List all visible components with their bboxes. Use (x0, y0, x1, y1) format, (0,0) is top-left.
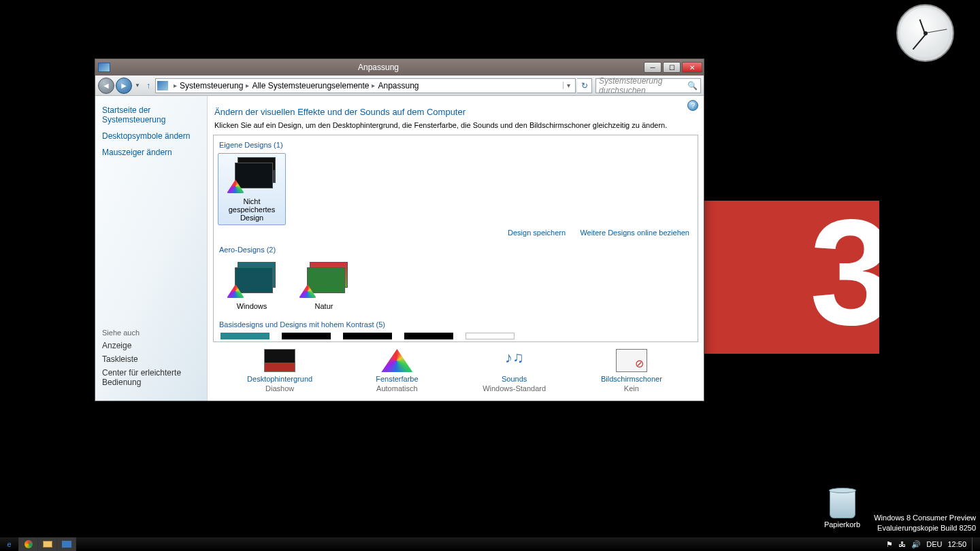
option-sounds[interactable]: ♪♫ Sounds Windows-Standard (467, 349, 562, 393)
recycle-bin-label: Papierkorb (817, 520, 868, 529)
up-button[interactable]: ↑ (143, 80, 154, 91)
main-area: ? Ändern der visuellen Effekte und der S… (208, 96, 704, 401)
bottom-bar: Desktophintergrund Diashow Fensterfarbe … (208, 344, 704, 395)
system-tray[interactable]: ⚑ 🖧 🔊 DEU 12:50 (882, 537, 980, 551)
clock-gadget[interactable] (896, 4, 954, 62)
flag-icon[interactable]: ⚑ (886, 540, 893, 549)
taskbar-personalization[interactable] (57, 537, 76, 551)
help-icon[interactable]: ? (687, 100, 698, 111)
link-save-theme[interactable]: Design speichern (508, 229, 566, 237)
back-button[interactable]: ◄ (98, 78, 114, 94)
theme-unsaved[interactable]: Nicht gespeichertes Design (218, 153, 286, 225)
seealso-taskbar[interactable]: Taskleiste (102, 354, 200, 364)
theme-label: Windows (220, 302, 283, 310)
sidebar-link-mouse-pointer[interactable]: Mauszeiger ändern (102, 148, 200, 157)
seealso-header: Siehe auch (102, 329, 200, 337)
option-window-color[interactable]: Fensterfarbe Automatisch (349, 349, 444, 393)
link-more-themes[interactable]: Weitere Designs online beziehen (580, 229, 689, 237)
personalization-icon (62, 541, 71, 548)
window-title: Anpassung (113, 63, 644, 72)
sidebar-link-desktop-icons[interactable]: Desktopsymbole ändern (102, 131, 200, 141)
theme-nature[interactable]: Natur (290, 258, 358, 314)
refresh-button[interactable]: ↻ (577, 78, 592, 93)
theme-basic-peek[interactable] (466, 333, 514, 339)
navbar: ◄ ► ▼ ↑ ▸ Systemsteuerung ▸ Alle Systems… (95, 76, 704, 96)
group-my-themes: Eigene Designs (1) (219, 141, 692, 149)
theme-label: Nicht gespeichertes Design (220, 197, 283, 222)
search-icon: 🔍 (687, 81, 698, 90)
windows-watermark: Windows 8 Consumer Preview Evaluierungsk… (874, 513, 976, 533)
theme-basic-peek[interactable] (220, 333, 270, 339)
minimize-button[interactable]: ─ (644, 62, 662, 73)
page-heading: Ändern der visuellen Effekte und der Sou… (208, 96, 704, 121)
option-desktop-background[interactable]: Desktophintergrund Diashow (232, 349, 327, 393)
desktop-wallpaper: 3 (702, 201, 879, 354)
personalization-window: Anpassung ─ ☐ ✕ ◄ ► ▼ ↑ ▸ Systemsteuerun… (95, 59, 704, 401)
taskbar-ie[interactable]: e (0, 537, 19, 551)
breadcrumb-part[interactable]: Systemsteuerung (180, 81, 243, 90)
breadcrumb-part[interactable]: Anpassung (378, 81, 419, 90)
taskbar[interactable]: e ⚑ 🖧 🔊 DEU 12:50 (0, 537, 980, 551)
breadcrumb-icon (157, 81, 168, 90)
clock-time[interactable]: 12:50 (947, 540, 966, 548)
theme-basic-peek[interactable] (282, 333, 331, 339)
taskbar-explorer[interactable] (38, 537, 57, 551)
group-basic: Basisdesigns und Designs mit hohem Kontr… (219, 320, 692, 329)
desktop-background-icon (264, 349, 295, 372)
ie-icon: e (7, 540, 11, 548)
history-dropdown[interactable]: ▼ (133, 79, 142, 93)
seealso-display[interactable]: Anzeige (102, 341, 200, 350)
folder-icon (43, 541, 52, 548)
breadcrumb-part[interactable]: Alle Systemsteuerungselemente (252, 81, 369, 90)
breadcrumb[interactable]: ▸ Systemsteuerung ▸ Alle Systemsteuerung… (155, 78, 576, 93)
recycle-bin[interactable]: Papierkorb (817, 490, 868, 529)
forward-button[interactable]: ► (116, 78, 132, 94)
window-icon (98, 63, 110, 72)
language-indicator[interactable]: DEU (926, 540, 942, 548)
close-button[interactable]: ✕ (682, 62, 702, 73)
speaker-icon[interactable]: 🔊 (911, 540, 921, 549)
page-subtext: Klicken Sie auf ein Design, um den Deskt… (208, 121, 704, 133)
screensaver-icon (616, 349, 647, 372)
theme-basic-peek[interactable] (404, 333, 453, 339)
theme-basic-peek[interactable] (343, 333, 392, 339)
seealso-ease-of-access[interactable]: Center für erleichterte Bedienung (102, 368, 200, 387)
theme-windows[interactable]: Windows (218, 258, 286, 314)
network-icon[interactable]: 🖧 (898, 540, 906, 548)
taskbar-chrome[interactable] (19, 537, 38, 551)
maximize-button[interactable]: ☐ (663, 62, 681, 73)
search-input[interactable]: Systemsteuerung durchsuchen 🔍 (595, 78, 701, 93)
sidebar-link-home[interactable]: Startseite der Systemsteuerung (102, 105, 200, 124)
option-screensaver[interactable]: Bildschirmschoner Kein (584, 349, 679, 393)
sidebar: Startseite der Systemsteuerung Desktopsy… (95, 96, 208, 401)
theme-label: Natur (293, 302, 355, 310)
window-color-icon (381, 349, 412, 372)
recycle-bin-icon (830, 490, 855, 518)
themes-list[interactable]: Eigene Designs (1) Nicht gespeichertes D… (213, 135, 698, 342)
group-aero: Aero-Designs (2) (219, 246, 692, 254)
chrome-icon (24, 540, 33, 548)
titlebar[interactable]: Anpassung ─ ☐ ✕ (95, 59, 704, 76)
show-desktop[interactable] (972, 537, 976, 551)
sounds-icon: ♪♫ (499, 349, 530, 372)
